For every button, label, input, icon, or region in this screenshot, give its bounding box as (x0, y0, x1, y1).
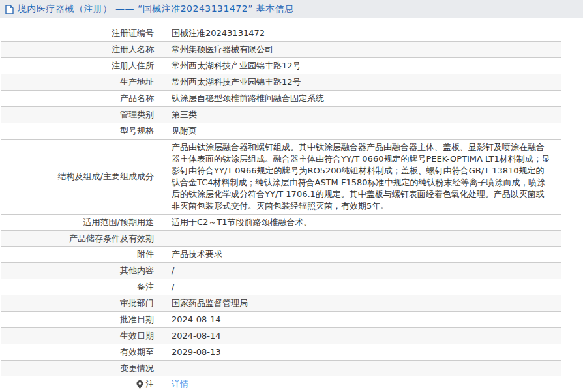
table-row: 有效期至 2029-08-13 (1, 344, 561, 360)
row-label: 变更情况 (1, 361, 162, 376)
row-label: 管理类别 (1, 107, 162, 123)
row-label-text: 变更情况 (120, 363, 154, 374)
row-label-text: 注 (145, 378, 154, 390)
row-label: 备注 (1, 279, 162, 295)
page-title: 境内医疗器械（注册） —— “国械注准20243131472” 基本信息 (18, 3, 294, 15)
table-row: 附件 产品技术要求 (1, 246, 561, 262)
table-row: 审批部门 国家药品监督管理局 (1, 295, 561, 311)
details-link[interactable]: 详情 (172, 378, 188, 390)
row-value: 国械注准20243131472 (162, 25, 561, 41)
row-value-text: 国械注准20243131472 (172, 27, 265, 39)
row-label-text: 生效日期 (120, 330, 154, 342)
table-row: 注册人名称 常州集硕医疗器械有限公司 (1, 41, 561, 57)
table-row: 型号规格 见附页 (1, 123, 561, 139)
table-row: 产品名称 钛涂层自稳型颈椎前路椎间融合固定系统 (1, 90, 561, 106)
row-value: 2024-08-14 (162, 328, 561, 344)
row-value-text: / (172, 265, 174, 277)
table-row: 注册人住所 常州西太湖科技产业园锦丰路12号 (1, 57, 561, 74)
row-label: 附件 (1, 247, 162, 262)
row-value: 2029-08-13 (162, 344, 561, 360)
row-value-text: 第三类 (172, 109, 197, 121)
table-row: 生产地址 常州西太湖科技产业园锦丰路12号 (1, 74, 561, 90)
row-label-text: 批准日期 (120, 314, 154, 325)
row-label-text: 产品储存条件及有效期 (69, 233, 154, 245)
row-label: 产品储存条件及有效期 (1, 231, 162, 246)
row-label-text: 其他内容 (120, 265, 154, 277)
row-value-text: 2024-08-14 (172, 314, 221, 325)
row-label-text: 产品名称 (120, 93, 154, 104)
table-row: 产品储存条件及有效期 (1, 230, 561, 246)
page-header: 境内医疗器械（注册） —— “国械注准20243131472” 基本信息 (0, 0, 583, 18)
row-label: 注册人住所 (1, 58, 162, 74)
row-value-text: / (172, 281, 174, 293)
row-label: 生产地址 (1, 74, 162, 90)
table-row: 批准日期 2024-08-14 (1, 311, 561, 327)
row-value: 常州西太湖科技产业园锦丰路12号 (162, 74, 561, 90)
row-value: 详情 (162, 376, 561, 392)
row-label-text: 注册人名称 (112, 44, 154, 55)
document-icon (5, 5, 14, 14)
row-value-text: 钛涂层自稳型颈椎前路椎间融合固定系统 (172, 93, 324, 104)
row-value: 第三类 (162, 107, 561, 123)
row-value-text: 产品由钛涂层融合器和螺钉组成。其中钛涂层融合器产品由融合器主体、盖板、显影钉及喷… (172, 142, 550, 212)
row-label: 产品名称 (1, 91, 162, 106)
table-row: 管理类别 第三类 (1, 106, 561, 123)
row-value: / (162, 279, 561, 295)
row-label: 生效日期 (1, 328, 162, 344)
table-row: 其他内容 / (1, 262, 561, 279)
row-label: 注册证编号 (1, 25, 162, 41)
table-row: 生效日期 2024-08-14 (1, 327, 561, 344)
table-row: 备注 / (1, 279, 561, 295)
row-label-text: 备注 (137, 281, 154, 293)
row-value-text: 国家药品监督管理局 (172, 297, 248, 309)
row-label-text: 注册证编号 (112, 27, 154, 39)
table-row: 适用范围/预期用途 适用于C2～T1节段前路颈椎融合术。 (1, 214, 561, 230)
row-value: / (162, 263, 561, 279)
row-label: 注 (1, 376, 162, 392)
row-value (162, 231, 561, 246)
row-label-text: 管理类别 (120, 109, 154, 121)
row-label-text: 结构及组成/主要组成成分 (58, 171, 154, 183)
table-row: 注 详情 (1, 376, 561, 392)
row-value: 见附页 (162, 123, 561, 139)
device-info-table: 注册证编号 国械注准20243131472 注册人名称 常州集硕医疗器械有限公司… (1, 25, 561, 392)
row-value-text: 2029-08-13 (172, 346, 221, 358)
row-label: 结构及组成/主要组成成分 (1, 140, 162, 214)
row-value: 钛涂层自稳型颈椎前路椎间融合固定系统 (162, 91, 561, 106)
row-label-text: 审批部门 (120, 297, 154, 309)
row-value: 产品由钛涂层融合器和螺钉组成。其中钛涂层融合器产品由融合器主体、盖板、显影钉及喷… (162, 140, 561, 214)
row-value: 常州集硕医疗器械有限公司 (162, 42, 561, 57)
table-row: 变更情况 (1, 360, 561, 376)
row-label-text: 有效期至 (120, 346, 154, 358)
row-value-text: 常州西太湖科技产业园锦丰路12号 (172, 60, 301, 72)
row-label-text: 附件 (137, 249, 154, 260)
row-value-text: 适用于C2～T1节段前路颈椎融合术。 (172, 217, 312, 228)
row-label: 其他内容 (1, 263, 162, 279)
row-label-text: 适用范围/预期用途 (83, 217, 154, 228)
row-value: 2024-08-14 (162, 312, 561, 327)
row-label: 审批部门 (1, 295, 162, 311)
row-label-text: 注册人住所 (112, 60, 154, 72)
row-value: 产品技术要求 (162, 247, 561, 262)
row-label-text: 生产地址 (120, 76, 154, 88)
row-value-text: 产品技术要求 (172, 249, 222, 260)
row-label: 批准日期 (1, 312, 162, 327)
row-value: 适用于C2～T1节段前路颈椎融合术。 (162, 215, 561, 230)
row-label: 适用范围/预期用途 (1, 215, 162, 230)
row-label-text: 型号规格 (120, 125, 154, 137)
row-label: 注册人名称 (1, 42, 162, 57)
row-value: 常州西太湖科技产业园锦丰路12号 (162, 58, 561, 74)
row-value-text: 常州集硕医疗器械有限公司 (172, 44, 273, 55)
table-row: 注册证编号 国械注准20243131472 (1, 25, 561, 41)
row-label: 有效期至 (1, 344, 162, 360)
row-label: 型号规格 (1, 123, 162, 139)
table-row: 结构及组成/主要组成成分 产品由钛涂层融合器和螺钉组成。其中钛涂层融合器产品由融… (1, 139, 561, 214)
row-value-text: 常州西太湖科技产业园锦丰路12号 (172, 76, 301, 88)
note-pin-icon (136, 380, 143, 389)
row-value: 国家药品监督管理局 (162, 295, 561, 311)
row-value-text: 2024-08-14 (172, 330, 221, 342)
row-value (162, 361, 561, 376)
row-value-text: 见附页 (172, 125, 197, 137)
